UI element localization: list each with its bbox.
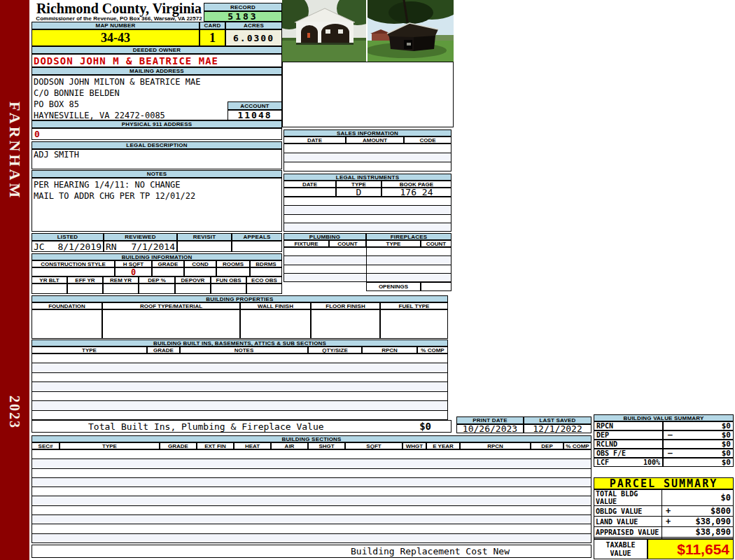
print-date-value: 10/26/2023: [456, 424, 524, 433]
sec-shgt-label: SHGT: [308, 442, 345, 449]
ps-label: LAND VALUE: [594, 517, 662, 526]
vs-dep-label: DEP: [594, 430, 663, 440]
instrument-rows: [284, 197, 451, 232]
vs-rpcn-value: $0: [663, 421, 734, 430]
sec-air-label: AIR: [271, 442, 308, 449]
vs-lcf-label: LCF 100%: [594, 458, 663, 467]
plumbing-fireplace-divider: [366, 247, 367, 282]
parcel-summary-row: APPRAISED VALUE $38,890: [594, 527, 733, 538]
empty-row: [284, 215, 451, 223]
empty-row: [32, 411, 447, 419]
dep-pct-label: DEP %: [139, 276, 175, 284]
vs-lcf-value: $0: [663, 458, 734, 467]
mailing-address-label: MAILING ADDRESS: [31, 67, 282, 75]
bi-comp-label: % COMP: [417, 346, 448, 354]
district-sidebar: FARNHAM 2023: [0, 0, 29, 560]
revisit-value: [177, 241, 232, 252]
empty-row: [284, 248, 451, 256]
effyr-label: EFF YR: [67, 276, 103, 284]
vs-amount: $0: [722, 421, 731, 430]
ecoobs-label: ECO OBS: [246, 276, 282, 284]
map-number-label: MAP NUMBER: [31, 22, 200, 29]
ps-op: +: [666, 517, 671, 526]
grade-value: [152, 267, 184, 276]
fireplaces-label: FIREPLACES: [366, 233, 451, 240]
physical-address-label: PHYSICAL 911 ADDRESS: [31, 120, 282, 128]
sales-amount-label: AMOUNT: [346, 136, 404, 144]
record-number: 5183: [204, 11, 282, 22]
mailing-line: C/O BONNIE BELDEN: [34, 88, 281, 99]
empty-row: [32, 506, 591, 515]
empty-row: [32, 524, 591, 533]
foundation-label: FOUNDATION: [31, 302, 102, 309]
deeded-owner-name: DODSON JOHN M & BEATRICE MAE: [31, 54, 282, 67]
empty-row: [284, 197, 451, 206]
empty-row: [32, 363, 447, 372]
plumbing-count-label: COUNT: [329, 240, 366, 247]
empty-row: [284, 223, 451, 231]
mailing-line: DODSON JOHN MILTON & BEATRICE MAE: [34, 76, 281, 88]
empty-row: [284, 162, 451, 171]
remyr-label: REM YR: [103, 276, 139, 284]
empty-row: [32, 534, 591, 542]
legal-description-label: LEGAL DESCRIPTION: [31, 141, 282, 149]
sec-grade-label: GRADE: [160, 442, 197, 449]
building-sections-rows: [31, 449, 592, 543]
reviewed-by: RN: [106, 241, 117, 252]
empty-row: [284, 153, 451, 162]
empty-row: [32, 459, 591, 468]
fuel-type-label: FUEL TYPE: [380, 302, 448, 309]
vs-op: –: [668, 430, 673, 440]
empty-row: [32, 515, 591, 524]
vs-dep-value: – $0: [663, 430, 734, 440]
empty-row: [32, 401, 447, 410]
empty-row: [32, 450, 591, 459]
plumbing-fireplace-rows: [284, 247, 451, 282]
empty-row: [32, 382, 447, 391]
instr-bookpage-value: 176 24: [382, 188, 451, 197]
sec-extfin-label: EXT FIN: [197, 442, 234, 449]
empty-row: [32, 496, 591, 505]
empty-row: [284, 206, 451, 214]
parcel-summary-row: LAND VALUE + $38,090: [594, 517, 733, 527]
bdrms-label: BDRMS: [250, 260, 282, 267]
wall-finish-value: [240, 309, 311, 339]
rooms-value: [216, 267, 250, 276]
remyr-value: [103, 284, 139, 294]
taxable-value-amount: $11,654: [648, 539, 734, 559]
ps-label: TOTAL BLDG VALUE: [594, 490, 662, 505]
acres-label: ACRES: [225, 22, 282, 29]
district-name: FARNHAM: [6, 102, 24, 200]
listed-label: LISTED: [31, 233, 104, 241]
reviewed-date: 7/1/2014: [131, 241, 175, 252]
empty-row: [32, 392, 447, 401]
ps-value: + $800: [662, 506, 733, 516]
depovr-value: [175, 284, 211, 294]
listed-by: JC: [34, 241, 45, 252]
roof-type-label: ROOF TYPE/MATERIAL: [102, 302, 240, 309]
sec-num-label: SEC#: [31, 442, 59, 449]
built-ins-label: BUILDING BUILT INS, BASEMENTS, ATTICS & …: [31, 340, 448, 346]
appeals-value: [232, 241, 282, 252]
built-ins-total-row: Total Built Ins, Plumbing & Fireplace Va…: [31, 420, 451, 433]
ps-amount: $0: [721, 493, 731, 503]
empty-row: [32, 487, 591, 496]
sales-info-label: SALES INFORMATION: [284, 130, 451, 136]
county-title: Richmond County, Virginia: [31, 1, 206, 16]
parcel-summary-table: TOTAL BLDG VALUE $0 OBLDG VALUE + $800 L…: [594, 489, 734, 539]
parcel-summary-row: OBLDG VALUE + $800: [594, 506, 733, 517]
replacement-cost-label: Building Replacement Cost New: [351, 545, 510, 558]
vs-amount: $0: [722, 430, 731, 440]
fixture-label: FIXTURE: [284, 240, 329, 247]
ps-amount: $800: [710, 506, 731, 516]
vs-rclnd-label: RCLND: [594, 440, 663, 449]
reviewed-label: REVIEWED: [104, 233, 177, 241]
empty-row: [284, 256, 451, 265]
record-label: RECORD: [204, 3, 282, 11]
account-number: 11048: [227, 110, 282, 120]
foundation-value: [31, 309, 102, 339]
appeals-label: APPEALS: [232, 233, 282, 241]
property-photo-garage: [282, 0, 366, 62]
vs-op: –: [668, 449, 673, 458]
sales-date-label: DATE: [284, 136, 346, 144]
